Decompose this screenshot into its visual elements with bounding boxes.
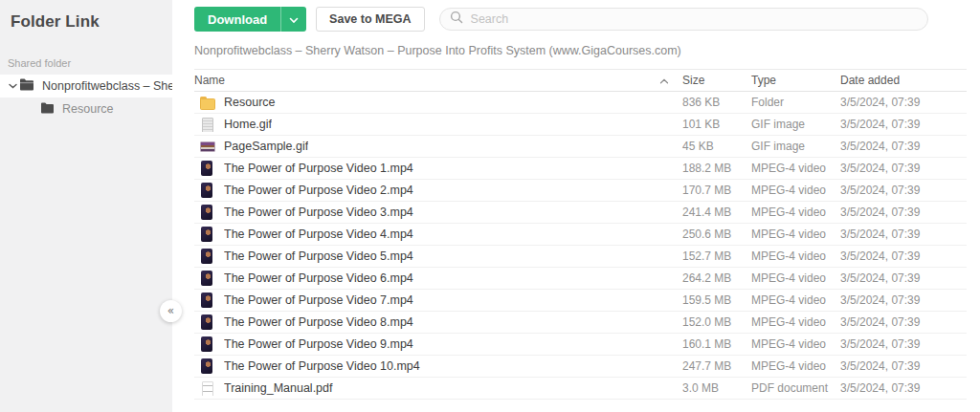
file-type: MPEG-4 video xyxy=(751,184,840,197)
column-header-size[interactable]: Size xyxy=(682,74,751,87)
table-row[interactable]: The Power of Purpose Video 7.mp4 159.5 M… xyxy=(194,290,967,312)
file-date-added: 3/5/2024, 07:39 xyxy=(840,359,967,373)
file-date-added: 3/5/2024, 07:39 xyxy=(840,140,967,153)
image-thumbnail-page-icon xyxy=(199,139,214,154)
file-type: PDF document xyxy=(751,381,840,395)
video-thumbnail-icon xyxy=(199,293,214,308)
download-options-button[interactable] xyxy=(280,7,306,32)
table-row[interactable]: Training_Manual.pdf 3.0 MB PDF document … xyxy=(194,378,967,400)
video-thumbnail-icon xyxy=(199,183,214,198)
table-row[interactable]: The Power of Purpose Video 3.mp4 241.4 M… xyxy=(194,202,967,224)
table-row[interactable]: Resource 836 KB Folder 3/5/2024, 07:39 xyxy=(194,92,967,114)
file-type: MPEG-4 video xyxy=(751,206,840,219)
file-name: Resource xyxy=(224,96,276,109)
column-header-type[interactable]: Type xyxy=(751,74,840,87)
shared-folder-label: Shared folder xyxy=(0,32,172,75)
search-input[interactable] xyxy=(471,12,918,26)
file-name: The Power of Purpose Video 1.mp4 xyxy=(224,162,413,175)
table-row[interactable]: The Power of Purpose Video 8.mp4 152.0 M… xyxy=(194,312,967,334)
file-size: 160.1 MB xyxy=(682,337,751,351)
file-type: GIF image xyxy=(751,118,840,131)
video-thumbnail-icon xyxy=(199,205,214,220)
file-name: Training_Manual.pdf xyxy=(224,381,333,395)
file-size: 250.6 MB xyxy=(682,228,751,241)
sidebar-item-root-folder[interactable]: Nonprofitwebclass – Sherry W xyxy=(0,75,172,98)
video-thumbnail-icon xyxy=(199,271,214,286)
video-thumbnail-icon xyxy=(199,161,214,176)
table-row[interactable]: The Power of Purpose Video 9.mp4 160.1 M… xyxy=(194,334,967,356)
file-name: The Power of Purpose Video 10.mp4 xyxy=(224,359,420,373)
video-thumbnail-icon xyxy=(199,227,214,242)
file-type: MPEG-4 video xyxy=(751,315,840,329)
file-size: 101 KB xyxy=(682,118,751,131)
file-date-added: 3/5/2024, 07:39 xyxy=(840,228,967,241)
file-name: Home.gif xyxy=(224,118,272,131)
video-thumbnail-icon xyxy=(199,249,214,264)
file-date-added: 3/5/2024, 07:39 xyxy=(840,162,967,175)
sidebar-collapse-button[interactable]: « xyxy=(160,300,182,322)
file-date-added: 3/5/2024, 07:39 xyxy=(840,381,967,395)
folder-link-page: Folder Link Shared folder Nonprofitwebcl… xyxy=(0,0,980,412)
page-title: Folder Link xyxy=(0,0,172,32)
table-header: Name Size Type Date added xyxy=(194,69,967,92)
table-body: Resource 836 KB Folder 3/5/2024, 07:39 H… xyxy=(194,92,967,400)
file-name: The Power of Purpose Video 5.mp4 xyxy=(224,249,413,263)
table-row[interactable]: Home.gif 101 KB GIF image 3/5/2024, 07:3… xyxy=(194,114,967,136)
file-name: The Power of Purpose Video 9.mp4 xyxy=(224,337,413,351)
folder-tree: Nonprofitwebclass – Sherry W Resource xyxy=(0,75,172,120)
file-date-added: 3/5/2024, 07:39 xyxy=(840,249,967,263)
file-type: MPEG-4 video xyxy=(751,293,840,307)
folder-icon xyxy=(199,95,214,110)
file-name: PageSample.gif xyxy=(224,140,308,153)
image-thumbnail-home-icon xyxy=(199,117,214,132)
file-name: The Power of Purpose Video 6.mp4 xyxy=(224,271,413,285)
file-date-added: 3/5/2024, 07:39 xyxy=(840,271,967,285)
download-split-button: Download xyxy=(194,7,306,32)
folder-open-icon xyxy=(19,78,34,94)
file-size: 170.7 MB xyxy=(682,184,751,197)
file-size: 152.0 MB xyxy=(682,315,751,329)
table-row[interactable]: The Power of Purpose Video 10.mp4 247.7 … xyxy=(194,356,967,378)
save-to-mega-button[interactable]: Save to MEGA xyxy=(316,7,424,32)
file-type: MPEG-4 video xyxy=(751,271,840,285)
file-type: MPEG-4 video xyxy=(751,162,840,175)
file-size: 264.2 MB xyxy=(682,271,751,285)
file-type: Folder xyxy=(751,96,840,109)
column-header-date-added[interactable]: Date added xyxy=(840,74,967,87)
search-bar[interactable] xyxy=(439,8,928,31)
file-date-added: 3/5/2024, 07:39 xyxy=(840,315,967,329)
column-header-name[interactable]: Name xyxy=(194,74,682,87)
table-row[interactable]: The Power of Purpose Video 6.mp4 264.2 M… xyxy=(194,268,967,290)
file-size: 836 KB xyxy=(682,96,751,109)
file-type: MPEG-4 video xyxy=(751,359,840,373)
chevron-down-icon[interactable] xyxy=(9,83,17,89)
table-row[interactable]: The Power of Purpose Video 2.mp4 170.7 M… xyxy=(194,180,967,202)
file-date-added: 3/5/2024, 07:39 xyxy=(840,337,967,351)
video-thumbnail-icon xyxy=(199,336,214,352)
toolbar: Download Save to MEGA xyxy=(194,7,967,32)
file-date-added: 3/5/2024, 07:39 xyxy=(840,96,967,109)
file-size: 159.5 MB xyxy=(682,293,751,307)
sort-ascending-icon[interactable] xyxy=(659,74,669,87)
breadcrumb[interactable]: Nonprofitwebclass – Sherry Watson – Purp… xyxy=(194,44,967,57)
table-row[interactable]: The Power of Purpose Video 1.mp4 188.2 M… xyxy=(194,158,967,180)
file-name: The Power of Purpose Video 3.mp4 xyxy=(224,206,413,219)
file-size: 152.7 MB xyxy=(682,249,751,263)
file-date-added: 3/5/2024, 07:39 xyxy=(840,206,967,219)
file-name: The Power of Purpose Video 2.mp4 xyxy=(224,184,413,197)
file-table: Name Size Type Date added Resource 836 K… xyxy=(194,69,967,400)
file-name: The Power of Purpose Video 7.mp4 xyxy=(224,293,413,307)
download-button[interactable]: Download xyxy=(194,7,280,32)
file-size: 45 KB xyxy=(682,140,751,153)
sidebar-item-resource-folder[interactable]: Resource xyxy=(0,98,172,120)
search-icon xyxy=(450,11,463,28)
file-size: 241.4 MB xyxy=(682,206,751,219)
table-row[interactable]: PageSample.gif 45 KB GIF image 3/5/2024,… xyxy=(194,136,967,158)
file-date-added: 3/5/2024, 07:39 xyxy=(840,293,967,307)
file-date-added: 3/5/2024, 07:39 xyxy=(840,184,967,197)
file-size: 247.7 MB xyxy=(682,359,751,373)
table-row[interactable]: The Power of Purpose Video 5.mp4 152.7 M… xyxy=(194,246,967,268)
chevron-down-icon xyxy=(289,12,299,27)
file-size: 188.2 MB xyxy=(682,162,751,175)
table-row[interactable]: The Power of Purpose Video 4.mp4 250.6 M… xyxy=(194,224,967,246)
